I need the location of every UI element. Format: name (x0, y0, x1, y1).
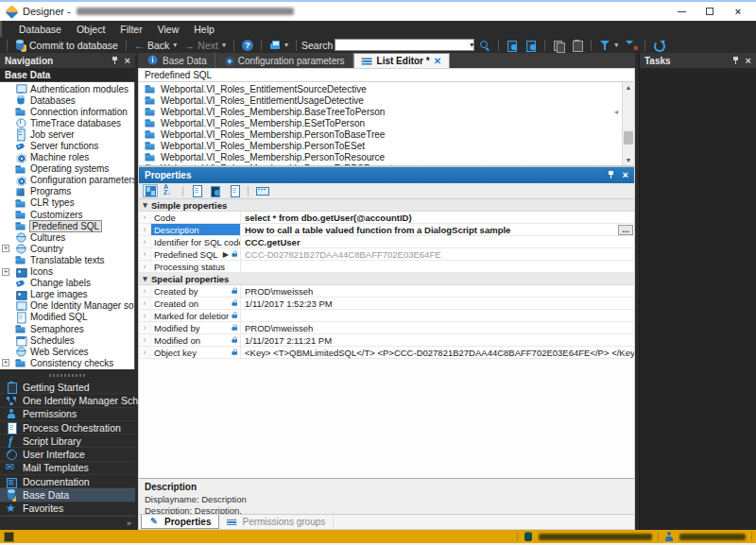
navigation-section-item[interactable]: Favorites (0, 502, 135, 516)
back-button[interactable]: ← Back▾ (131, 38, 180, 52)
tree-item[interactable]: + Schedules (0, 334, 134, 346)
property-row[interactable]: › Description ▶ How to call a table valu… (139, 224, 634, 236)
bottom-tab[interactable]: Permissions groups (219, 515, 334, 529)
navigation-section-item[interactable]: Script Library (0, 434, 135, 448)
search-database-button[interactable] (476, 38, 493, 52)
navigation-section-item[interactable]: Mail Templates (0, 462, 135, 475)
tree-item[interactable]: + Operating systems (0, 163, 134, 175)
row-expander-icon[interactable]: › (139, 322, 151, 333)
close-tab-icon[interactable]: ✕ (434, 56, 441, 66)
tree-item[interactable]: + Connection information (0, 106, 134, 117)
property-row[interactable]: › Modified on ▶ 1/11/2017 2:11:21 PM ... (139, 334, 634, 347)
tree-item[interactable]: + Configuration parameters (0, 175, 134, 186)
chevron-overflow-button[interactable]: » (127, 519, 131, 528)
ellipsis-button[interactable]: ... (618, 225, 633, 235)
property-row[interactable]: › Created on ▶ 1/11/2017 1:52:23 PM ... (139, 298, 634, 310)
expand-icon[interactable]: + (2, 268, 9, 276)
list-item[interactable]: Webportal.VI_Roles_Membership.PersonToBa… (139, 128, 634, 140)
paste-button[interactable] (569, 38, 586, 52)
reload-button[interactable] (650, 38, 667, 52)
property-group-row[interactable]: ▾ Simple properties (139, 199, 634, 212)
show-mandatory-properties-button[interactable] (227, 184, 242, 197)
close-button[interactable]: × (724, 3, 752, 20)
row-expander-icon[interactable]: › (139, 334, 151, 346)
remove-filter-button[interactable] (623, 38, 640, 52)
expand-icon[interactable]: + (2, 245, 9, 252)
help-button[interactable] (239, 38, 256, 52)
minimize-button[interactable] (667, 3, 696, 20)
copy-button[interactable] (550, 38, 567, 52)
tree-item[interactable]: + Databases (0, 94, 134, 106)
navigation-section-item[interactable]: Documentation (0, 475, 135, 488)
next-button[interactable]: → Next▾ (181, 38, 229, 52)
bottom-tab[interactable]: Properties (141, 515, 219, 529)
navigation-splitter[interactable] (0, 369, 135, 381)
close-properties-button[interactable]: × (623, 170, 628, 180)
list-scrollbar[interactable]: ▲ ▼ (622, 82, 634, 165)
document-tab[interactable]: Configuration parameters ✕ (215, 53, 353, 68)
maximize-button[interactable] (696, 3, 724, 20)
pin-tasks-button[interactable] (731, 56, 740, 65)
row-expander-icon[interactable]: › (139, 285, 151, 297)
tree-item[interactable]: + TimeTrace databases (0, 117, 134, 128)
property-row[interactable]: › Predefined SQL ▶ CCC-D027821B27DAA44C8… (139, 248, 634, 261)
row-expander-icon[interactable]: › (139, 347, 151, 358)
tree-item[interactable]: + Web Services (0, 346, 134, 357)
row-expander-icon[interactable]: › (139, 212, 151, 223)
property-row[interactable]: › Marked for deletion ▶ ... (139, 310, 634, 322)
sort-alphabetical-button[interactable] (162, 184, 177, 197)
navigation-section-item[interactable]: User Interface (0, 448, 135, 461)
delete-object-button[interactable] (523, 38, 540, 52)
tree-item[interactable]: + Icons (0, 266, 134, 278)
document-tab[interactable]: Base Data ✕ (140, 53, 215, 68)
tree-item[interactable]: + Country (0, 243, 134, 254)
search-input[interactable]: ▾ (335, 39, 474, 51)
property-row[interactable]: › Created by ▶ PROD\mweisseh ... (139, 285, 634, 298)
tree-item[interactable]: + Customizers (0, 209, 134, 220)
property-row[interactable]: › Processing status ▶ ... (139, 261, 634, 273)
row-expander-icon[interactable]: › (139, 224, 151, 235)
property-group-row[interactable]: ▾ Special properties (139, 273, 634, 285)
navigation-section-item[interactable]: Permissions (0, 408, 135, 421)
navigation-section-item[interactable]: Process Orchestration (0, 421, 135, 434)
tree-item[interactable]: + Consistency checks (0, 357, 134, 368)
list-item[interactable]: Webportal.VI_Roles_EntitlementUsageDetec… (139, 94, 634, 106)
scrollbar-thumb[interactable] (624, 131, 633, 145)
row-expander-icon[interactable]: › (139, 310, 151, 321)
tree-item[interactable]: + Cultures (0, 231, 134, 243)
document-tab[interactable]: List Editor * ✕ (353, 53, 451, 68)
tree-item[interactable]: + Translatable texts (0, 254, 134, 265)
list-item[interactable]: Webportal.VI_Roles_EntitlementSourceDete… (139, 83, 634, 94)
menu-item[interactable]: Filter (112, 21, 149, 37)
pin-navigation-button[interactable] (111, 56, 119, 65)
menu-item[interactable]: View (150, 21, 187, 37)
property-row[interactable]: › Object key ▶ <Key> <T>QBMLimitedSQL</T… (139, 347, 634, 359)
translation-button[interactable] (254, 184, 269, 197)
list-item[interactable]: Webportal.VI_Roles_Membership.PersonToRP… (139, 162, 634, 165)
tree-item[interactable]: + Machine roles (0, 152, 134, 163)
tree-item[interactable]: + Large images (0, 289, 134, 300)
navigation-section-item[interactable]: One Identity Manager Schema (0, 394, 135, 407)
tree-item[interactable]: + One Identity Manager software (0, 300, 134, 312)
filter-button[interactable]: ▾ (596, 38, 621, 52)
tree-item[interactable]: + Semaphores (0, 323, 134, 334)
close-tasks-button[interactable]: × (746, 56, 751, 66)
property-row[interactable]: › Modified by ▶ PROD\mweisseh ... (139, 322, 634, 334)
list-item[interactable]: Webportal.VI_Roles_Membership.PersonToRe… (139, 151, 634, 162)
tree-item[interactable]: + Programs (0, 186, 134, 197)
property-row[interactable]: › Code ▶ select * from dbo.getUser(@acco… (139, 212, 634, 224)
list-column-header[interactable]: Predefined SQL (139, 69, 634, 82)
pin-properties-button[interactable] (607, 170, 615, 181)
add-object-button[interactable] (504, 38, 521, 52)
commit-to-database-button[interactable]: Commit to database (12, 38, 121, 52)
row-expander-icon[interactable]: › (139, 248, 151, 260)
recycle-bin-icon[interactable] (4, 532, 14, 542)
tree-item[interactable]: + Job server (0, 128, 134, 140)
menu-item[interactable]: Object (69, 21, 112, 37)
scroll-down-icon[interactable]: ▼ (623, 155, 634, 165)
property-row[interactable]: › Identifier for SQL code ▶ CCC.getUser … (139, 236, 634, 248)
expand-icon[interactable]: + (2, 359, 9, 366)
scroll-up-icon[interactable]: ▲ (623, 82, 634, 93)
tree-item[interactable]: + Change labels (0, 278, 134, 289)
tree-item[interactable]: + Modified SQL (0, 312, 134, 323)
